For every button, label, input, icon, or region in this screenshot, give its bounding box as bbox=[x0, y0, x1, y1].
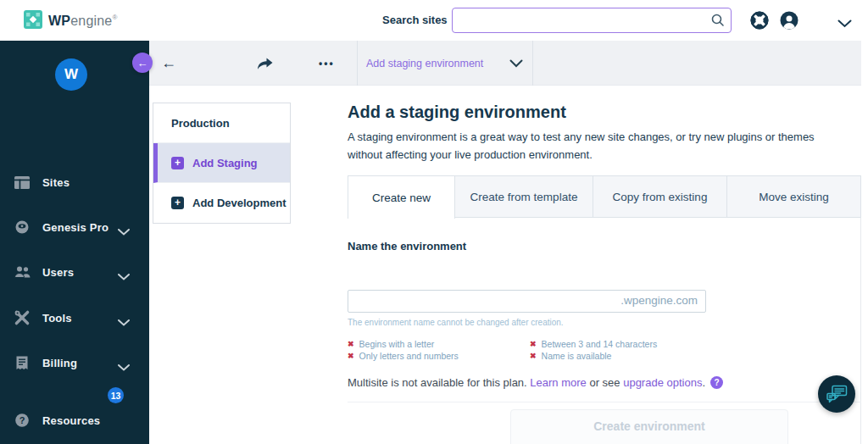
environment-dropdown[interactable]: Add staging environment bbox=[366, 41, 483, 86]
validation-begins-with-letter: ✖ Begins with a letter bbox=[348, 339, 434, 349]
page-title: Add a staging environment bbox=[348, 103, 566, 122]
sidebar-nav: W Sites Genesis Pro bbox=[0, 41, 149, 444]
env-item-add-staging[interactable]: + Add Staging bbox=[153, 143, 290, 183]
chevron-down-icon bbox=[118, 224, 130, 239]
x-mark-icon: ✖ bbox=[530, 340, 537, 348]
name-helper-text: The environment name cannot be changed a… bbox=[348, 318, 564, 327]
sidebar-item-billing[interactable]: Billing bbox=[0, 352, 149, 374]
sidebar-item-label: Users bbox=[42, 266, 74, 279]
tools-icon bbox=[14, 310, 31, 325]
account-initial-avatar[interactable]: W bbox=[55, 58, 87, 91]
question-help-icon[interactable]: ? bbox=[710, 376, 723, 389]
sidebar-item-label: Tools bbox=[42, 312, 72, 325]
plus-square-icon: + bbox=[171, 157, 184, 169]
sidebar-item-label: Resources bbox=[42, 414, 100, 427]
validation-text: Between 3 and 14 characters bbox=[542, 339, 658, 349]
sidebar-item-sites[interactable]: Sites bbox=[0, 171, 149, 193]
page-description: A staging environment is a great way to … bbox=[348, 128, 843, 164]
validation-text: Begins with a letter bbox=[359, 339, 435, 349]
validation-text: Name is available bbox=[542, 351, 612, 361]
env-item-label: Add Staging bbox=[192, 157, 258, 169]
environment-list-panel: Production + Add Staging + Add Developme… bbox=[153, 103, 291, 224]
resources-count-badge: 13 bbox=[108, 387, 124, 403]
top-bar: WPengine® Search sites bbox=[0, 0, 868, 41]
search-input[interactable] bbox=[452, 8, 732, 33]
env-item-label: Add Development bbox=[192, 197, 287, 209]
sidebar-item-label: Billing bbox=[42, 357, 77, 369]
validation-name-available: ✖ Name is available bbox=[530, 351, 611, 361]
search-icon bbox=[711, 14, 725, 27]
validation-only-letters-numbers: ✖ Only letters and numbers bbox=[348, 351, 459, 361]
chat-bubbles-icon bbox=[826, 384, 849, 404]
toolbar-divider bbox=[532, 41, 533, 86]
search-sites-label: Search sites bbox=[382, 14, 448, 26]
name-environment-label: Name the environment bbox=[348, 240, 466, 253]
env-item-add-development[interactable]: + Add Development bbox=[153, 183, 290, 223]
multisite-text: or see bbox=[587, 376, 623, 389]
tab-move-existing[interactable]: Move existing bbox=[727, 175, 861, 218]
resources-question-icon: ? bbox=[14, 413, 31, 428]
env-item-label: Production bbox=[171, 117, 230, 130]
chevron-down-icon bbox=[118, 359, 130, 375]
genesis-pro-icon bbox=[14, 219, 31, 235]
multisite-notice: Multisite is not available for this plan… bbox=[348, 376, 723, 389]
sites-icon bbox=[14, 176, 31, 189]
toolbar-divider bbox=[357, 41, 358, 86]
x-mark-icon: ✖ bbox=[348, 340, 354, 348]
sidebar-item-resources[interactable]: ? Resources bbox=[0, 409, 149, 431]
create-environment-button[interactable]: Create environment bbox=[510, 409, 788, 444]
share-arrow-icon bbox=[257, 58, 273, 69]
environment-name-input[interactable] bbox=[348, 290, 706, 313]
upgrade-options-link[interactable]: upgrade options bbox=[623, 376, 702, 389]
x-mark-icon: ✖ bbox=[348, 352, 354, 360]
environment-toolbar: ← ••• Add staging environment bbox=[149, 41, 861, 86]
x-mark-icon: ✖ bbox=[530, 352, 537, 360]
more-options-button[interactable]: ••• bbox=[319, 41, 335, 86]
tab-copy-from-existing[interactable]: Copy from existing bbox=[593, 175, 727, 218]
multisite-text: . bbox=[702, 376, 705, 389]
collapse-sidebar-button[interactable]: ← bbox=[132, 53, 153, 73]
sidebar-item-label: Sites bbox=[42, 176, 70, 189]
users-icon bbox=[14, 266, 31, 278]
tab-create-from-template[interactable]: Create from template bbox=[455, 175, 593, 218]
chevron-down-icon bbox=[118, 269, 130, 284]
brand-text: WPengine® bbox=[48, 14, 118, 29]
back-arrow-button[interactable]: ← bbox=[161, 41, 176, 86]
account-menu-chevron-icon[interactable] bbox=[837, 16, 852, 31]
sidebar-item-genesis-pro[interactable]: Genesis Pro bbox=[0, 216, 149, 238]
form-divider bbox=[348, 402, 861, 402]
env-item-production[interactable]: Production bbox=[153, 103, 290, 143]
sidebar-item-tools[interactable]: Tools bbox=[0, 307, 149, 329]
svg-text:?: ? bbox=[19, 415, 25, 425]
multisite-text: Multisite is not available for this plan… bbox=[348, 376, 530, 389]
validation-text: Only letters and numbers bbox=[359, 351, 459, 361]
learn-more-link[interactable]: Learn more bbox=[530, 376, 586, 389]
share-arrow-button[interactable] bbox=[257, 41, 273, 86]
live-chat-button[interactable] bbox=[818, 375, 855, 413]
wpengine-logo-icon bbox=[24, 10, 42, 32]
chevron-down-icon bbox=[118, 314, 130, 330]
wpengine-logo[interactable]: WPengine® bbox=[24, 10, 118, 32]
environment-dropdown-chevron-icon[interactable] bbox=[509, 41, 523, 86]
search-field-wrap bbox=[452, 8, 732, 33]
sidebar-item-label: Genesis Pro bbox=[42, 221, 108, 234]
billing-icon bbox=[14, 356, 31, 370]
validation-character-length: ✖ Between 3 and 14 characters bbox=[530, 339, 657, 349]
account-avatar-icon[interactable] bbox=[779, 10, 799, 31]
environment-name-field-wrap: .wpengine.com bbox=[348, 290, 706, 313]
plus-square-icon: + bbox=[171, 197, 184, 209]
create-environment-tabs: Create new Create from template Copy fro… bbox=[348, 175, 861, 219]
tab-create-new[interactable]: Create new bbox=[348, 175, 455, 219]
wpengine-portal: WPengine® Search sites bbox=[0, 0, 868, 444]
sidebar-item-users[interactable]: Users bbox=[0, 261, 149, 283]
help-lifering-icon[interactable] bbox=[749, 10, 770, 31]
